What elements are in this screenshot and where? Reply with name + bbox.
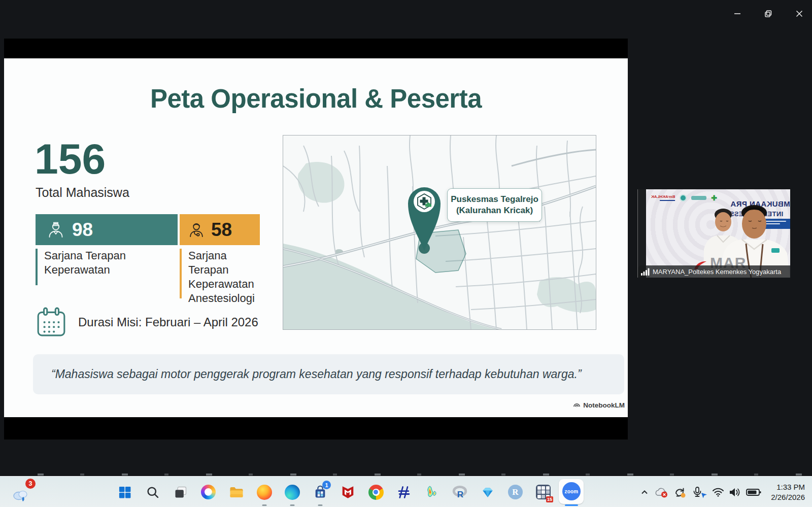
- notebooklm-icon: [573, 401, 581, 409]
- windows-start-icon: [118, 485, 132, 499]
- close-icon[interactable]: [792, 6, 807, 21]
- svg-text:R: R: [457, 489, 463, 499]
- edge-button[interactable]: [278, 477, 306, 507]
- search-icon: [146, 485, 160, 499]
- copilot-icon: [201, 485, 216, 499]
- battery-icon[interactable]: [743, 488, 764, 497]
- clock-date: 2/26/2026: [771, 492, 805, 502]
- audio-level-icon: [641, 268, 650, 276]
- chrome-icon: [368, 485, 384, 500]
- stat-value: 58: [211, 219, 232, 241]
- mcafee-button[interactable]: [334, 477, 362, 507]
- wifi-icon[interactable]: [710, 487, 726, 497]
- operational-map: Puskesmas Tegalrejo (Kalurahan Kricak): [283, 135, 596, 330]
- stat-anestesiologi: 58: [180, 214, 260, 245]
- slide-title: Peta Operasional & Peserta: [4, 84, 628, 114]
- h-app-button[interactable]: [390, 477, 418, 507]
- video-background-banner: BerAKHLAK ✚ PEMBUKAAN PRA INTERPROFESSIO…: [646, 189, 790, 278]
- stat-keperawatan: 98: [36, 214, 178, 245]
- widgets-button[interactable]: 3: [12, 479, 36, 504]
- r-project-button[interactable]: R: [446, 477, 473, 507]
- desktop: Peta Operasional & Peserta 156 Total Mah…: [0, 0, 812, 507]
- onedrive-error-icon[interactable]: [652, 487, 670, 498]
- firefox-icon: [257, 485, 272, 500]
- mcafee-shield-icon: [341, 485, 355, 499]
- tray-chevron-up-icon[interactable]: [637, 487, 652, 497]
- sync-pending-icon[interactable]: [670, 486, 690, 498]
- participant-name: MARYANA_Poltekes Kemenkes Yogyakarta: [653, 268, 781, 276]
- taskbar: 3: [0, 476, 812, 507]
- duration-text: Durasi Misi: Februari – April 2026: [78, 315, 258, 329]
- hidden-window-sliver: [0, 474, 812, 476]
- h-app-icon: [397, 485, 411, 499]
- doctor-icon: [188, 221, 205, 239]
- task-view-button[interactable]: [166, 477, 194, 507]
- system-tray: 1:33 PM 2/26/2026: [637, 477, 812, 507]
- widgets-badge: 3: [25, 479, 36, 489]
- task-view-icon: [174, 485, 188, 499]
- quote-banner: “Mahasiswa sebagai motor penggerak progr…: [33, 354, 624, 394]
- store-badge: 1: [322, 481, 331, 489]
- stat-value: 98: [72, 219, 93, 241]
- heatmap-icon: [425, 485, 439, 499]
- microsoft-store-button[interactable]: 1: [306, 477, 334, 507]
- taskbar-apps: 1: [111, 477, 585, 507]
- window-controls: [730, 6, 807, 21]
- search-button[interactable]: [139, 477, 166, 507]
- volume-icon[interactable]: [726, 487, 743, 498]
- start-button[interactable]: [111, 477, 139, 507]
- pin-title: Puskesmas Tegalrejo: [451, 194, 538, 205]
- participant-video-tile[interactable]: BerAKHLAK ✚ PEMBUKAAN PRA INTERPROFESSIO…: [637, 189, 790, 278]
- slide-letterbox-top: [4, 39, 628, 58]
- minimize-icon[interactable]: [730, 6, 745, 21]
- zoom-button[interactable]: zoom: [557, 477, 585, 507]
- grid-sessions-app-button[interactable]: 15: [529, 477, 557, 507]
- weather-cloud-icon: [12, 488, 29, 502]
- participant-name-bar: MARYANA_Poltekes Kemenkes Yogyakarta: [638, 265, 790, 278]
- calendar-icon: [36, 307, 67, 338]
- chrome-button[interactable]: [362, 477, 390, 507]
- restore-icon[interactable]: [761, 6, 776, 21]
- slide-content: Peta Operasional & Peserta 156 Total Mah…: [4, 58, 628, 417]
- grid-app-badge: 15: [546, 496, 553, 502]
- stat-label-keperawatan: Sarjana Terapan Keperawatan: [36, 249, 129, 285]
- firefox-button[interactable]: [250, 477, 278, 507]
- map-graphic: [283, 136, 596, 329]
- file-explorer-button[interactable]: [222, 477, 250, 507]
- total-number: 156: [35, 138, 106, 180]
- diamond-app-button[interactable]: [473, 477, 501, 507]
- r-logo-icon: R: [452, 485, 467, 499]
- duration-row: Durasi Misi: Februari – April 2026: [36, 307, 258, 338]
- shared-screen-slide: Peta Operasional & Peserta 156 Total Mah…: [4, 39, 628, 440]
- r-circle-icon: R: [508, 485, 523, 499]
- microphone-location-icon[interactable]: [690, 486, 710, 498]
- copilot-button[interactable]: [194, 477, 222, 507]
- pin-subtitle: (Kalurahan Kricak): [456, 205, 533, 216]
- edge-icon: [285, 485, 300, 500]
- gis-heatmap-app-button[interactable]: [418, 477, 446, 507]
- zoom-icon: zoom: [562, 482, 581, 500]
- folder-icon: [229, 485, 244, 500]
- r-circle-app-button[interactable]: R: [501, 477, 529, 507]
- notebooklm-watermark: NotebookLM: [573, 401, 625, 409]
- stat-label-anestesiologi: Sarjana Terapan Keperawatan Anestesiolog…: [180, 249, 265, 298]
- nurse-icon: [47, 221, 65, 239]
- map-pin-label: Puskesmas Tegalrejo (Kalurahan Kricak): [447, 188, 542, 222]
- taskbar-clock[interactable]: 1:33 PM 2/26/2026: [771, 482, 805, 502]
- total-number-label: Total Mahasiswa: [36, 185, 129, 200]
- slide-letterbox-bottom: [4, 417, 628, 440]
- diamond-icon: [481, 486, 495, 499]
- clock-time: 1:33 PM: [771, 482, 805, 492]
